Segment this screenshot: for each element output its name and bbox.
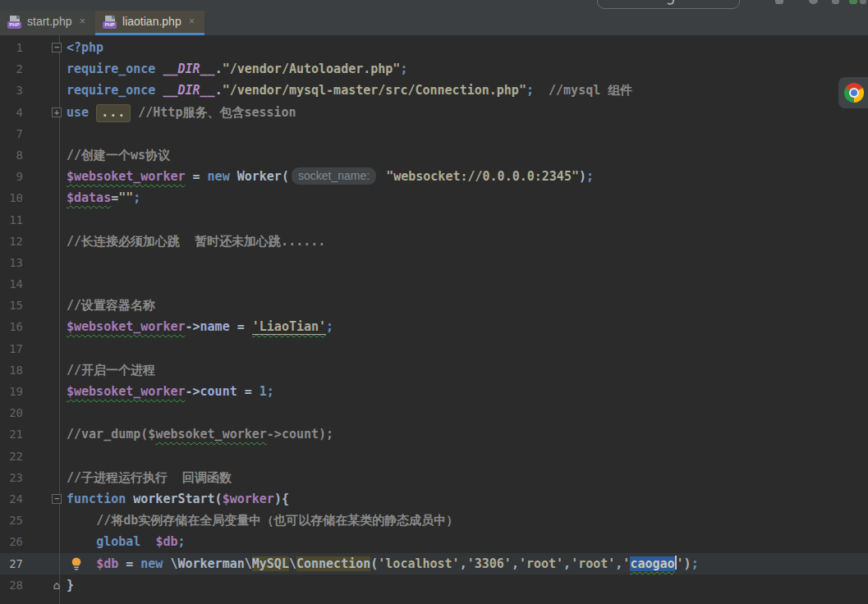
gutter-cell[interactable]: 23: [0, 467, 59, 488]
gutter-cell[interactable]: 21: [0, 423, 59, 445]
code-line[interactable]: 8//创建一个ws协议: [0, 144, 868, 166]
code-line[interactable]: 23//子进程运行执行 回调函数: [0, 467, 868, 488]
gutter-cell[interactable]: 4+: [0, 102, 59, 123]
gutter-cell[interactable]: 19: [0, 381, 59, 402]
code-line-text: $websoket_worker->name = 'LiaoTian';: [59, 316, 868, 337]
fold-marker-icon[interactable]: −: [52, 494, 62, 504]
intention-bulb-icon[interactable]: [71, 556, 82, 578]
tab-start-php[interactable]: PHP start.php ×: [0, 11, 95, 35]
code-token: count: [200, 384, 237, 399]
code-line[interactable]: 24−function workerStart($worker){: [0, 488, 868, 510]
code-token: $datas: [67, 190, 111, 205]
code-token: (: [370, 556, 378, 571]
line-number: 14: [0, 273, 23, 295]
code-line-text: [59, 446, 868, 467]
gutter-cell[interactable]: 9: [0, 166, 59, 187]
code-line[interactable]: 28⌂}: [0, 574, 868, 596]
line-number: 20: [0, 402, 23, 423]
tab-label: start.php: [27, 15, 71, 28]
folded-code-badge[interactable]: ...: [96, 104, 131, 122]
gutter-cell[interactable]: 27: [0, 553, 59, 574]
gutter-cell[interactable]: 17: [0, 338, 59, 359]
gutter-cell[interactable]: 1−: [0, 37, 59, 58]
parameter-name-hint[interactable]: socket_name:: [292, 167, 376, 185]
gutter-cell[interactable]: 13: [0, 252, 59, 273]
code-line[interactable]: 10$datas="";: [0, 187, 868, 208]
code-token: $websoket_worker: [67, 169, 186, 184]
code-token: $db: [96, 556, 118, 571]
line-number: 21: [0, 423, 23, 445]
gutter-cell[interactable]: 24−: [0, 488, 59, 510]
chrome-icon: [844, 83, 864, 103]
code-line[interactable]: 21//var_dump($websoket_worker->count);: [0, 423, 868, 445]
fold-marker-icon[interactable]: −: [52, 43, 62, 53]
code-token: [379, 169, 386, 184]
line-number: 23: [0, 467, 23, 488]
code-line-text: //将db实例存储在全局变量中（也可以存储在某类的静态成员中）: [59, 510, 868, 531]
code-line-text: [59, 402, 868, 423]
gutter-cell[interactable]: 28⌂: [0, 574, 59, 596]
code-token: \: [289, 556, 296, 571]
code-line[interactable]: 2require_once __DIR__."/vendor/Autoloade…: [0, 58, 868, 80]
toolbar-icon-partial[interactable]: [775, 0, 783, 4]
code-line[interactable]: 18//开启一个进程: [0, 359, 868, 381]
toolbar-icon-partial[interactable]: [809, 0, 818, 4]
gutter-cell[interactable]: 22: [0, 446, 59, 467]
code-line[interactable]: 27 $db = new \Workerman\MySQL\Connection…: [0, 553, 868, 574]
close-icon[interactable]: ×: [189, 15, 195, 27]
gutter-cell[interactable]: 20: [0, 402, 59, 423]
gutter-cell[interactable]: 11: [0, 209, 59, 231]
close-icon[interactable]: ×: [79, 15, 85, 27]
gutter-cell[interactable]: 2: [0, 58, 59, 80]
gutter-cell[interactable]: 12: [0, 231, 59, 252]
code-token: ;: [400, 62, 407, 76]
code-token: =: [111, 190, 118, 205]
toolbar-icon-partial[interactable]: [832, 0, 839, 4]
toolbar-icon-partial[interactable]: [860, 0, 866, 4]
code-line[interactable]: 11: [0, 209, 868, 231]
gutter-cell[interactable]: 8: [0, 144, 59, 166]
code-editor[interactable]: 1−<?php2require_once __DIR__."/vendor/Au…: [0, 35, 868, 604]
code-token: //将db实例存储在全局变量中（也可以存储在某类的静态成员中）: [96, 513, 458, 528]
code-token: ->: [186, 384, 200, 399]
run-button-partial-icon[interactable]: [849, 0, 857, 4]
gutter-cell[interactable]: 15: [0, 295, 59, 316]
code-line[interactable]: 3require_once __DIR__."/vendor/mysql-mas…: [0, 80, 868, 101]
code-line[interactable]: 19$websoket_worker->count = 1;: [0, 381, 868, 402]
code-line[interactable]: 16$websoket_worker->name = 'LiaoTian';: [0, 316, 868, 337]
selected-text: caogao: [630, 556, 674, 571]
code-line[interactable]: 7: [0, 123, 868, 144]
code-line[interactable]: 20: [0, 402, 868, 423]
code-line[interactable]: 4+use ... //Http服务、包含session: [0, 102, 868, 123]
gutter-cell[interactable]: 10: [0, 187, 59, 208]
tab-liaotian-php[interactable]: PHP liaotian.php ×: [95, 11, 204, 35]
gutter-cell[interactable]: 26: [0, 531, 59, 552]
code-line[interactable]: 14: [0, 273, 868, 295]
gutter-cell[interactable]: 3: [0, 80, 59, 101]
line-number: 19: [0, 381, 23, 402]
code-line-text: $db = new \Workerman\MySQL\Connection('l…: [59, 553, 868, 574]
code-line[interactable]: 22: [0, 446, 868, 467]
code-token: ,: [615, 556, 622, 571]
fold-marker-icon[interactable]: +: [52, 108, 62, 117]
gutter-cell[interactable]: 16: [0, 316, 59, 337]
code-line[interactable]: 26 global $db;: [0, 531, 868, 552]
gutter-cell[interactable]: 25: [0, 510, 59, 531]
code-line[interactable]: 13: [0, 252, 868, 273]
code-line[interactable]: 25 //将db实例存储在全局变量中（也可以存储在某类的静态成员中）: [0, 510, 868, 531]
fold-marker-icon[interactable]: ⌂: [52, 580, 62, 590]
code-line[interactable]: 15//设置容器名称: [0, 295, 868, 316]
gutter-cell[interactable]: 14: [0, 273, 59, 295]
gutter-cell[interactable]: 7: [0, 123, 59, 144]
code-line[interactable]: 1−<?php: [0, 37, 868, 58]
code-line-text: [59, 338, 868, 359]
code-line-text: $websoket_worker = new Worker(socket_nam…: [59, 166, 868, 187]
code-token: ,: [512, 556, 519, 571]
code-line[interactable]: 12//长连接必须加心跳 暂时还未加心跳......: [0, 231, 868, 252]
code-line[interactable]: 9$websoket_worker = new Worker(socket_na…: [0, 166, 868, 187]
gutter-cell[interactable]: 18: [0, 359, 59, 381]
open-in-browser-button[interactable]: [838, 77, 868, 108]
code-line[interactable]: 17: [0, 338, 868, 359]
code-token: //子进程运行执行 回调函数: [67, 470, 232, 485]
code-lines: 1−<?php2require_once __DIR__."/vendor/Au…: [0, 37, 868, 596]
